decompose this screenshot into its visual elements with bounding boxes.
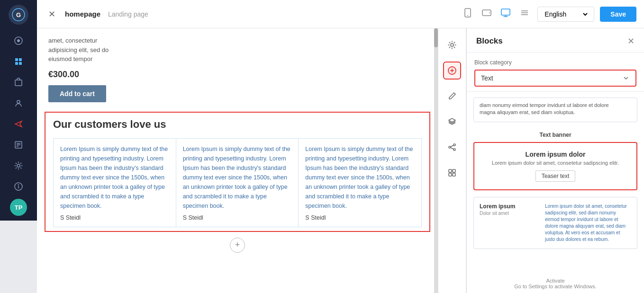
tool-layers-icon[interactable] bbox=[443, 113, 461, 131]
block-partial-content: diam nonumy eirmod tempor invidunt ut la… bbox=[474, 98, 637, 122]
svg-point-14 bbox=[17, 164, 20, 167]
testimonial-author-3: S Steidl bbox=[305, 214, 415, 221]
topbar: ✕ homepage Landing page English Save bbox=[37, 0, 644, 28]
svg-line-36 bbox=[451, 148, 454, 149]
list-icon[interactable] bbox=[517, 6, 532, 22]
close-button[interactable]: ✕ bbox=[45, 7, 59, 21]
product-section: amet, consecteturadipisicing elit, sed d… bbox=[37, 28, 438, 112]
tool-add-block-icon[interactable] bbox=[443, 62, 461, 80]
text-banner-button: Teaser text bbox=[535, 170, 576, 182]
text-banner-subtitle: Lorem ipsum dolor sit amet, consetetur s… bbox=[481, 160, 630, 166]
two-col-right: Lorem ipsum dolor sit amet, consetetur s… bbox=[545, 203, 631, 243]
sidebar-item-info[interactable] bbox=[10, 178, 27, 195]
block-category-select[interactable]: Text bbox=[474, 70, 636, 87]
two-col-block[interactable]: Lorem ipsum Dolor sit amet Lorem ipsum d… bbox=[473, 197, 637, 249]
block-category-section: Block category Text bbox=[467, 53, 644, 92]
text-banner-block[interactable]: Lorem ipsum dolor Lorem ipsum dolor sit … bbox=[473, 142, 637, 190]
canvas-scrollbar[interactable] bbox=[434, 28, 438, 293]
customers-section: Our customers love us Lorem Ipsum is sim… bbox=[45, 112, 430, 232]
testimonial-text-3: Lorem Ipsum is simply dummy text of the … bbox=[305, 144, 415, 211]
svg-point-3 bbox=[17, 39, 20, 42]
block-partial-text: diam nonumy eirmod tempor invidunt ut la… bbox=[474, 98, 637, 120]
block-category-label: Block category bbox=[474, 59, 636, 66]
testimonial-col-2: Lorem Ipsum is simply dummy text of the … bbox=[176, 139, 299, 227]
block-category-value: Text bbox=[481, 74, 493, 82]
panel-close-button[interactable]: ✕ bbox=[627, 36, 635, 46]
svg-rect-8 bbox=[15, 80, 22, 86]
two-col-right-text: Lorem ipsum dolor sit amet, consetetur s… bbox=[545, 203, 631, 243]
panel-header: Blocks ✕ bbox=[467, 28, 644, 53]
svg-rect-5 bbox=[19, 58, 22, 61]
svg-text:G: G bbox=[16, 11, 21, 18]
save-button[interactable]: Save bbox=[600, 7, 636, 22]
sidebar-item-marketing[interactable] bbox=[10, 115, 27, 133]
two-col-left: Lorem ipsum Dolor sit amet bbox=[480, 203, 540, 243]
tool-component-icon[interactable] bbox=[443, 164, 461, 182]
left-sidebar: G TP bbox=[0, 0, 37, 221]
add-block-button[interactable]: + bbox=[230, 238, 245, 253]
customers-heading: Our customers love us bbox=[53, 118, 422, 131]
tablet-icon[interactable] bbox=[461, 6, 475, 22]
sidebar-item-users[interactable] bbox=[10, 95, 27, 112]
two-col-left-title: Lorem ipsum bbox=[480, 203, 540, 210]
sidebar-item-settings[interactable] bbox=[10, 157, 27, 174]
svg-point-34 bbox=[454, 149, 455, 151]
landscape-icon[interactable] bbox=[480, 6, 494, 22]
svg-rect-40 bbox=[453, 173, 455, 176]
two-col-content: Lorem ipsum Dolor sit amet Lorem ipsum d… bbox=[474, 197, 637, 249]
svg-point-9 bbox=[17, 100, 20, 103]
text-banner-title: Lorem ipsum dolor bbox=[481, 151, 630, 158]
product-price: €300.00 bbox=[48, 70, 426, 80]
add-to-cart-button[interactable]: Add to cart bbox=[48, 85, 106, 102]
svg-rect-39 bbox=[449, 173, 452, 176]
svg-line-35 bbox=[451, 145, 454, 147]
svg-rect-37 bbox=[449, 169, 452, 172]
svg-point-33 bbox=[449, 146, 451, 148]
page-title: homepage bbox=[65, 10, 100, 18]
testimonial-col-1: Lorem Ipsum is simply dummy text of the … bbox=[54, 139, 176, 227]
language-select-input[interactable]: English bbox=[543, 10, 589, 18]
canvas-scroll-thumb[interactable] bbox=[434, 28, 438, 47]
text-banner-content: Lorem ipsum dolor Lorem ipsum dolor sit … bbox=[474, 143, 636, 189]
tool-strip bbox=[438, 28, 466, 293]
sidebar-item-blocks[interactable] bbox=[10, 53, 27, 70]
add-block-row: + bbox=[37, 232, 438, 258]
svg-point-17 bbox=[18, 185, 19, 185]
two-col-left-sub: Dolor sit amet bbox=[480, 211, 540, 216]
svg-rect-7 bbox=[19, 62, 22, 65]
product-description: amet, consecteturadipisicing elit, sed d… bbox=[48, 36, 426, 64]
tool-share-icon[interactable] bbox=[443, 138, 461, 156]
panel-title: Blocks bbox=[476, 36, 503, 46]
testimonial-text-2: Lorem Ipsum is simply dummy text of the … bbox=[183, 144, 292, 211]
svg-rect-38 bbox=[453, 169, 455, 172]
canvas-container: amet, consecteturadipisicing elit, sed d… bbox=[37, 28, 438, 293]
testimonials-grid: Lorem Ipsum is simply dummy text of the … bbox=[53, 138, 422, 227]
canvas-inner: amet, consecteturadipisicing elit, sed d… bbox=[37, 28, 438, 293]
tool-settings-icon[interactable] bbox=[443, 36, 461, 54]
text-banner-section-label: Text banner bbox=[473, 129, 637, 142]
sidebar-bottom: TP bbox=[10, 157, 27, 216]
testimonial-col-3: Lorem Ipsum is simply dummy text of the … bbox=[299, 139, 421, 227]
svg-rect-6 bbox=[15, 62, 18, 65]
sidebar-logo[interactable]: G bbox=[9, 5, 28, 25]
sidebar-item-shopping[interactable] bbox=[10, 74, 27, 91]
svg-rect-22 bbox=[501, 9, 510, 15]
right-panel: Blocks ✕ Block category Text diam nonumy… bbox=[466, 0, 644, 293]
svg-point-32 bbox=[454, 144, 455, 146]
device-toolbar bbox=[461, 6, 532, 22]
desktop-icon[interactable] bbox=[499, 6, 513, 22]
tool-edit-icon[interactable] bbox=[443, 87, 461, 105]
sidebar-item-editor[interactable] bbox=[10, 136, 27, 153]
testimonial-text-1: Lorem Ipsum is simply dummy text of the … bbox=[60, 144, 169, 211]
user-avatar[interactable]: TP bbox=[10, 199, 27, 216]
blocks-list: diam nonumy eirmod tempor invidunt ut la… bbox=[467, 92, 644, 293]
svg-point-28 bbox=[451, 44, 454, 46]
sidebar-item-dashboard[interactable] bbox=[10, 32, 27, 49]
page-subtitle: Landing page bbox=[108, 10, 148, 18]
testimonial-author-1: S Steidl bbox=[60, 214, 169, 221]
block-item-partial[interactable]: diam nonumy eirmod tempor invidunt ut la… bbox=[473, 98, 637, 122]
testimonial-author-2: S Steidl bbox=[183, 214, 292, 221]
language-selector[interactable]: English bbox=[537, 7, 594, 22]
svg-rect-4 bbox=[15, 58, 18, 61]
